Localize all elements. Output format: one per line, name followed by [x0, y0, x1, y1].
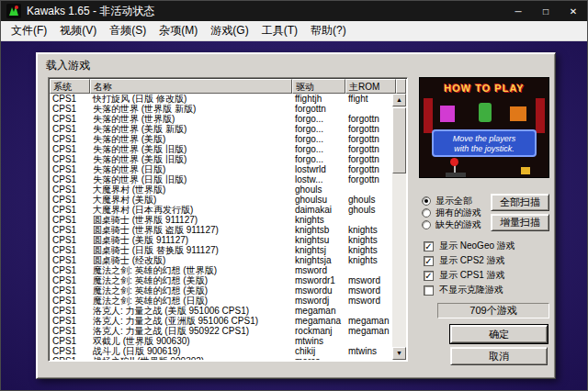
table-row[interactable]: CPS1快打旋风 (日版 修改版)ffightjhffight	[50, 94, 392, 104]
title-bar[interactable]: Kawaks 1.65 - 非活动状态 ─ □ ✕	[1, 1, 587, 21]
table-cell: CPS1	[50, 306, 90, 316]
radio-option[interactable]: 拥有的游戏	[422, 207, 481, 218]
minimize-button[interactable]: ─	[504, 1, 532, 21]
table-row[interactable]: CPS1魔法之剑: 英雄的幻想 (美版)mswordr1msword	[50, 275, 392, 285]
table-cell: CPS1	[50, 205, 90, 215]
column-header[interactable]: 主ROM	[345, 79, 396, 94]
scrollbar-thumb[interactable]	[392, 107, 406, 173]
game-count-label: 709个游戏	[437, 303, 549, 318]
table-cell: forgo...	[292, 124, 345, 134]
table-cell: mercs	[292, 356, 345, 360]
table-row[interactable]: CPS1洛克人: 力量之战 (亚洲版 951006 CPS1)megamanam…	[50, 316, 392, 326]
table-row[interactable]: CPS1大魔界村 (美版)ghoulsughouls	[50, 195, 392, 205]
table-row[interactable]: CPS1大魔界村 (世界版)ghouls	[50, 184, 392, 195]
table-cell: CPS1	[50, 296, 90, 306]
table-row[interactable]: CPS1失落的世界 (美版 新版)forgo...forgottn	[50, 124, 392, 134]
table-cell: 大魔界村 (日本再发行版)	[90, 205, 292, 215]
table-cell: 失落的世界 (世界版)	[90, 114, 292, 124]
game-preview: HOW TO PLAY Move the players with the jo…	[419, 77, 549, 178]
table-cell	[345, 306, 392, 316]
table-cell: CPS1	[50, 316, 90, 326]
checkbox-option[interactable]: ✓显示 CPS1 游戏	[424, 268, 515, 283]
scroll-up-icon[interactable]: ▲	[392, 94, 406, 106]
scroll-down-icon[interactable]: ▼	[392, 347, 406, 360]
radio-option[interactable]: 显示全部	[422, 195, 481, 207]
app-icon	[6, 4, 21, 18]
column-header[interactable]: 名称	[90, 79, 292, 94]
table-row[interactable]: CPS1失落的世界 (美版 旧版)forgo...forgottn	[50, 144, 392, 154]
table-cell: 失落的世界 (美版 新版)	[90, 124, 292, 134]
table-row[interactable]: CPS1双截儿 (世界版 900630)mtwins	[50, 336, 392, 346]
table-cell: forgo...	[292, 134, 345, 144]
table-row[interactable]: CPS1魔法之剑: 英雄的幻想 (日版)mswordjmsword	[50, 296, 392, 306]
table-cell: 双截儿 (世界版 900630)	[90, 336, 292, 346]
menu-item[interactable]: 音频(S)	[103, 21, 153, 40]
menu-item[interactable]: 文件(F)	[5, 21, 53, 40]
menu-item[interactable]: 视频(V)	[53, 21, 103, 40]
cancel-button[interactable]: 取消	[450, 347, 548, 365]
table-row[interactable]: CPS1失落的世界 (日版)lostwrldforgottn	[50, 164, 392, 174]
table-cell: knights	[345, 235, 392, 245]
table-row[interactable]: CPS1战场之狼II (世界版 900302)mercs	[50, 356, 392, 360]
table-row[interactable]: CPS1圆桌骑士 (世界版 911127)knights	[50, 215, 392, 225]
table-cell: CPS1	[50, 346, 90, 356]
column-header[interactable]: 驱动	[292, 79, 345, 94]
table-cell: 魔法之剑: 英雄的幻想 (美版)	[90, 285, 292, 296]
table-cell: ghouls	[292, 184, 345, 195]
table-row[interactable]: CPS1圆桌骑士 (美版 911127)knightsuknights	[50, 235, 392, 245]
table-cell: forgottn	[345, 174, 392, 184]
table-cell: CPS1	[50, 356, 90, 360]
radio-icon	[422, 196, 431, 206]
table-cell: knightsja	[292, 255, 345, 265]
game-list: CPS1快打旋风 (日版 修改版)ffightjhffightCPS1失落的世界…	[50, 94, 392, 360]
checkbox-option[interactable]: ✓显示 CPS2 游戏	[424, 253, 515, 268]
table-cell	[345, 336, 392, 346]
table-row[interactable]: CPS1洛克人: 力量之战 (美版 951006 CPS1)megaman	[50, 306, 392, 316]
checkbox-option[interactable]: 不显示克隆游戏	[424, 283, 515, 297]
table-row[interactable]: CPS1圆桌骑士 (日版 替换版 911127)knightsjknights	[50, 245, 392, 255]
table-row[interactable]: CPS1圆桌骑士 (经改版)knightsjaknights	[50, 255, 392, 265]
table-row[interactable]: CPS1洛克人: 力量之战 (日版 950922 CPS1)rockmanjme…	[50, 326, 392, 336]
table-cell: CPS1	[50, 336, 90, 346]
table-cell: rockmanj	[292, 326, 345, 336]
joystick-ball-icon	[450, 158, 458, 166]
menu-item[interactable]: 工具(T)	[255, 21, 304, 40]
joystick-base-icon	[446, 173, 466, 177]
table-row[interactable]: CPS1大魔界村 (日本再发行版)daimakaighouls	[50, 205, 392, 215]
scan-all-button[interactable]: 全部扫描	[491, 194, 549, 211]
preview-sprite	[521, 167, 530, 174]
table-row[interactable]: CPS1失落的世界 (美版)forgo...forgottn	[50, 134, 392, 144]
table-row[interactable]: CPS1失落的世界 (日版 旧版)lostw...forgottn	[50, 174, 392, 184]
table-row[interactable]: CPS1魔法之剑: 英雄的幻想 (美版)mswordumsword	[50, 285, 392, 296]
table-row[interactable]: CPS1战斗儿 (日版 900619)chikijmtwins	[50, 346, 392, 356]
close-button[interactable]: ✕	[560, 1, 587, 21]
maximize-button[interactable]: □	[532, 1, 560, 21]
table-cell: 失落的世界 (美版 旧版)	[90, 144, 292, 154]
radio-option[interactable]: 缺失的游戏	[422, 218, 481, 230]
incremental-scan-button[interactable]: 增量扫描	[491, 214, 549, 231]
table-cell: 洛克人: 力量之战 (日版 950922 CPS1)	[90, 326, 292, 336]
table-cell: CPS1	[50, 174, 90, 184]
table-cell: 洛克人: 力量之战 (亚洲版 951006 CPS1)	[90, 316, 292, 326]
table-row[interactable]: CPS1失落的世界 (美版 旧版)forgo...forgottn	[50, 154, 392, 164]
table-cell: forgottn	[345, 144, 392, 154]
checkbox-option[interactable]: ✓显示 NeoGeo 游戏	[424, 239, 515, 253]
table-row[interactable]: CPS1失落的世界 (世界版)forgo...forgottn	[50, 114, 392, 124]
ok-button[interactable]: 确定	[450, 325, 548, 343]
column-header-filler	[396, 79, 406, 94]
table-row[interactable]: CPS1魔法之剑: 英雄的幻想 (世界版)msword	[50, 265, 392, 275]
table-row[interactable]: CPS1圆桌骑士 (世界版 盗版 911127)knightsbknights	[50, 225, 392, 235]
checkbox-icon: ✓	[424, 241, 434, 251]
menu-item[interactable]: 帮助(?)	[304, 21, 353, 40]
list-scrollbar[interactable]: ▲ ▼	[392, 94, 406, 360]
table-cell: 魔法之剑: 英雄的幻想 (世界版)	[90, 265, 292, 275]
menu-item[interactable]: 杂项(M)	[153, 21, 204, 40]
table-cell: CPS1	[50, 164, 90, 174]
table-cell: CPS1	[50, 94, 90, 104]
column-header[interactable]: 系统	[50, 79, 90, 94]
table-cell: CPS1	[50, 275, 90, 285]
menu-item[interactable]: 游戏(G)	[204, 21, 254, 40]
table-cell: forgottn	[345, 134, 392, 144]
table-cell: 圆桌骑士 (日版 替换版 911127)	[90, 245, 292, 255]
table-row[interactable]: CPS1失落的世界 (世界版 新版)forgottn	[50, 104, 392, 114]
